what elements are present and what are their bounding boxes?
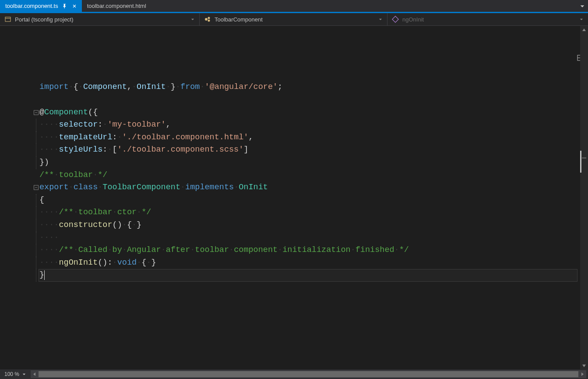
tab-active[interactable]: toolbar.component.ts [0,0,82,12]
current-line-highlight [39,269,577,282]
context-method-label: ngOnInit [402,16,424,23]
svg-rect-4 [392,16,398,22]
code-line[interactable]: ····styleUrls:·['./toolbar.component.scs… [0,144,588,156]
code-line[interactable]: ····/**·Called·by·Angular·after·toolbar·… [0,244,588,257]
svg-rect-0 [5,17,11,21]
indent-guide [36,206,36,219]
status-bar: 100 % [0,369,588,379]
context-bar: Portal (tsconfig project) ToolbarCompone… [0,13,588,26]
scroll-right-icon[interactable] [578,370,586,378]
svg-point-3 [208,20,210,22]
chevron-down-icon [579,17,584,21]
chevron-down-icon [378,17,383,21]
vertical-scrollbar[interactable] [580,26,588,370]
code-line[interactable]: { [0,194,588,207]
code-line[interactable]: ····ngOnInit():·void·{·} [0,257,588,269]
context-project-label: Portal (tsconfig project) [15,16,74,23]
overview-change-marker [580,151,581,173]
code-line[interactable] [0,94,588,106]
overview-caret-marker [582,157,586,159]
code-editor[interactable]: import·{·Component,·OnInit·}·from·'@angu… [0,26,588,370]
indent-guide [36,219,36,232]
indent-guide [36,257,36,269]
pin-icon[interactable] [62,3,68,9]
zoom-level[interactable]: 100 % [0,371,29,377]
code-line[interactable]: export·class·ToolbarComponent·implements… [0,181,588,194]
indent-guide [36,244,36,257]
scroll-thumb[interactable] [39,371,578,377]
chevron-down-icon [22,372,26,376]
zoom-value: 100 % [4,371,19,377]
chevron-down-icon [190,17,195,21]
tab-label: toolbar.component.ts [5,3,58,9]
svg-point-1 [205,18,208,21]
code-line[interactable]: ···· [0,232,588,244]
code-line[interactable]: ····templateUrl:·'./toolbar.component.ht… [0,131,588,144]
code-line[interactable]: @Component({ [0,106,588,119]
method-icon [392,16,399,23]
indent-guide [36,156,36,169]
code-line[interactable]: import·{·Component,·OnInit·}·from·'@angu… [0,81,588,94]
context-class-label: ToolbarComponent [215,16,263,23]
class-icon [204,16,211,23]
svg-point-2 [208,17,210,19]
text-caret [44,270,45,280]
tab-bar: toolbar.component.ts toolbar.component.h… [0,0,588,13]
code-line[interactable]: ····constructor()·{·} [0,219,588,232]
indent-guide [36,119,36,131]
indent-guide [36,144,36,156]
tab-overflow-dropdown[interactable] [579,3,585,9]
context-project[interactable]: Portal (tsconfig project) [0,13,200,25]
context-class[interactable]: ToolbarComponent [200,13,387,25]
tab-label: toolbar.component.html [87,3,146,9]
code-line[interactable]: } [0,269,588,282]
code-line[interactable]: ····/**·toolbar·ctor·*/ [0,206,588,219]
context-method[interactable]: ngOnInit [387,13,588,25]
code-line[interactable]: /**·toolbar·*/ [0,169,588,182]
fold-toggle-icon[interactable] [34,185,39,190]
fold-toggle-icon[interactable] [34,110,39,115]
code-line[interactable]: ····selector:·'my-toolbar', [0,119,588,131]
scroll-left-icon[interactable] [31,370,39,378]
horizontal-scrollbar[interactable] [31,370,586,378]
indent-guide [36,194,36,207]
scroll-down-icon[interactable] [580,362,588,370]
project-icon [4,16,11,23]
indent-guide [36,232,36,244]
tab-inactive[interactable]: toolbar.component.html [82,0,151,12]
scroll-up-icon[interactable] [580,26,588,34]
indent-guide [36,131,36,144]
code-area[interactable]: import·{·Component,·OnInit·}·from·'@angu… [0,26,588,370]
code-line[interactable]: }) [0,156,588,169]
close-icon[interactable] [71,3,77,9]
indent-guide [36,269,36,282]
